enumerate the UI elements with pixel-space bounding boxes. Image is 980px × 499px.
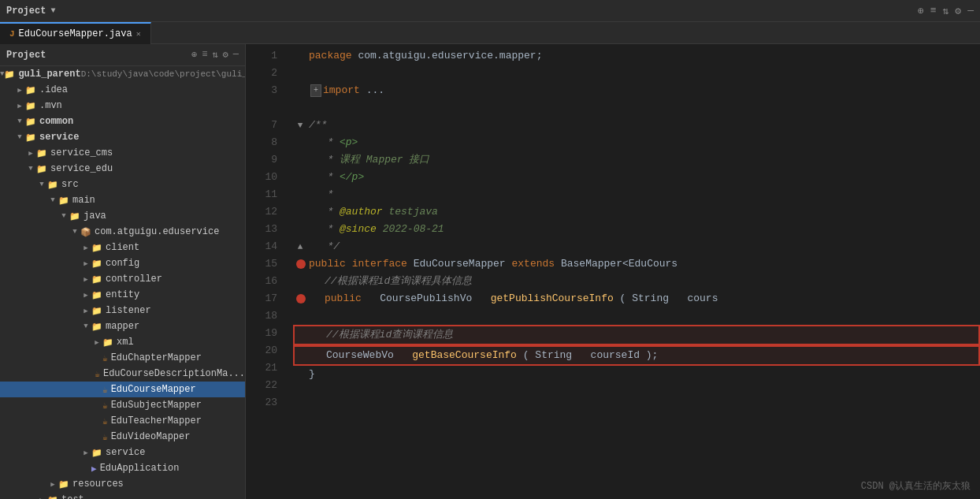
code-line-19 — [293, 307, 980, 325]
folder-icon-service-cms: 📁 — [36, 148, 47, 158]
main-layout: Project ⊕ ≡ ⇅ ⚙ — ▼ 📁 guli_parent D:\stu… — [0, 44, 980, 499]
item-label-package: com.atguigu.eduservice — [95, 226, 219, 237]
javadoc-star-author: * — [309, 203, 340, 221]
folder-icon-config: 📁 — [91, 259, 102, 269]
sidebar-item-test[interactable]: ▶ 📁 test — [0, 492, 245, 499]
root-label: guli_parent — [18, 69, 80, 80]
javadoc-star-empty: * — [309, 186, 333, 203]
sidebar-item-edu-chapter-mapper[interactable]: ☕ EduChapterMapper — [0, 350, 245, 366]
folder-icon-service-inner: 📁 — [91, 448, 102, 458]
add-icon[interactable]: ⊕ — [918, 5, 924, 17]
sidebar-item-listener[interactable]: ▶ 📁 listener — [0, 303, 245, 318]
sidebar-item-edu-video-mapper[interactable]: ☕ EduVideoMapper — [0, 429, 245, 445]
method-name-18: getPublishCourseInfo — [491, 292, 614, 304]
sidebar-item-package[interactable]: ▼ 📦 com.atguigu.eduservice — [0, 224, 245, 240]
sidebar-item-edu-course-desc-mapper[interactable]: ☕ EduCourseDescriptionMa... — [0, 366, 245, 382]
paren-close-21: ); — [646, 349, 659, 361]
java-icon-edu-course-desc: ☕ — [95, 369, 100, 379]
gutter-8: ▼ — [293, 117, 309, 134]
folder-icon-src: 📁 — [47, 180, 58, 190]
tree-arrow-mapper: ▼ — [80, 322, 91, 330]
tab-close-button[interactable]: ✕ — [136, 29, 141, 39]
tree-arrow-common: ▼ — [14, 117, 25, 125]
tree-arrow-mvn: ▶ — [14, 102, 25, 110]
item-label-edu-application: EduApplication — [100, 463, 180, 474]
code-line-20: //根据课程id查询课程信息 — [293, 325, 980, 345]
sidebar-item-java[interactable]: ▼ 📁 java — [0, 208, 245, 224]
sidebar-item-entity[interactable]: ▶ 📁 entity — [0, 287, 245, 303]
tree-arrow-controller: ▶ — [80, 275, 91, 284]
sidebar-item-idea[interactable]: ▶ 📁 .idea — [0, 82, 245, 98]
sidebar-item-client[interactable]: ▶ 📁 client — [0, 240, 245, 255]
item-label-test: test — [61, 494, 84, 499]
code-line-1: package com.atguigu.eduservice.mapper ; — [293, 47, 980, 65]
item-label-entity: entity — [106, 289, 139, 300]
list-view-icon[interactable]: ≡ — [202, 49, 207, 61]
sidebar-item-src[interactable]: ▼ 📁 src — [0, 177, 245, 192]
folder-icon-service: 📁 — [25, 132, 36, 143]
javadoc-close: */ — [309, 238, 340, 255]
sidebar-item-xml[interactable]: ▶ 📁 xml — [0, 334, 245, 350]
tree-arrow-java: ▼ — [58, 212, 69, 220]
sidebar-item-mapper[interactable]: ▼ 📁 mapper — [0, 318, 245, 334]
code-line-22: } — [293, 366, 980, 383]
sidebar-item-edu-application[interactable]: ▶ EduApplication — [0, 460, 245, 476]
collapse-import[interactable]: + — [310, 84, 321, 97]
sort-alpha-icon[interactable]: ⇅ — [212, 49, 217, 61]
folder-icon-main: 📁 — [58, 196, 69, 206]
line-numbers: 1 2 3 7 8 9 10 11 12 13 14 15 16 17 18 1… — [246, 44, 285, 499]
java-icon-edu-subject: ☕ — [102, 400, 108, 411]
sidebar-item-resources[interactable]: ▶ 📁 resources — [0, 476, 245, 492]
add-icon[interactable]: ⊕ — [191, 49, 197, 61]
sidebar-item-service-cms[interactable]: ▶ 📁 service_cms — [0, 145, 245, 161]
sidebar-item-edu-subject-mapper[interactable]: ☕ EduSubjectMapper — [0, 397, 245, 413]
keyword-import: import — [323, 82, 360, 99]
sidebar-item-controller[interactable]: ▶ 📁 controller — [0, 271, 245, 287]
javadoc-end-collapse[interactable]: ▲ — [298, 238, 303, 255]
sidebar-item-service-inner[interactable]: ▶ 📁 service — [0, 445, 245, 460]
import-ellipsis: ... — [366, 82, 384, 99]
collapse-icon[interactable]: — — [233, 49, 239, 61]
sidebar-item-mvn[interactable]: ▶ 📁 .mvn — [0, 98, 245, 114]
gutter-18 — [293, 294, 309, 303]
tree-arrow-src: ▼ — [36, 181, 47, 188]
javadoc-author-tag: @author — [340, 203, 383, 221]
tree-arrow-listener: ▶ — [80, 307, 91, 315]
sidebar-item-config[interactable]: ▶ 📁 config — [0, 255, 245, 271]
java-icon-edu-chapter-mapper: ☕ — [102, 353, 108, 363]
sidebar-item-service[interactable]: ▼ 📁 service — [0, 129, 245, 145]
settings-icon[interactable]: ⚙ — [955, 5, 961, 17]
code-line-14: * @since 2022-08-21 — [293, 221, 980, 238]
param-type-21: String — [535, 349, 572, 361]
sidebar-item-edu-teacher-mapper[interactable]: ☕ EduTeacherMapper — [0, 413, 245, 429]
javadoc-since-val: 2022-08-21 — [377, 221, 444, 238]
tab-edu-course-mapper[interactable]: J EduCourseMapper.java ✕ — [0, 22, 151, 44]
code-line-12: * — [293, 186, 980, 203]
java-file-icon: J — [9, 29, 15, 39]
paren-21: ( — [523, 349, 529, 361]
sidebar-item-edu-course-mapper[interactable]: ☕ EduCourseMapper — [0, 382, 245, 397]
class-name-edu-course-mapper: EduCourseMapper — [414, 255, 506, 273]
dropdown-arrow[interactable]: ▼ — [50, 6, 55, 15]
tree-root[interactable]: ▼ 📁 guli_parent D:\study\java\code\proje… — [0, 66, 245, 82]
code-line-11: * </p> — [293, 169, 980, 186]
tab-bar: J EduCourseMapper.java ✕ — [0, 22, 980, 44]
javadoc-author-val: testjava — [383, 203, 438, 221]
tree-arrow-service-inner: ▶ — [80, 449, 91, 457]
item-label-controller: controller — [106, 274, 162, 285]
sidebar-item-common[interactable]: ▼ 📁 common — [0, 114, 245, 129]
javadoc-collapse-arrow[interactable]: ▼ — [298, 117, 303, 134]
kw-interface: interface — [352, 255, 407, 273]
minimize-icon[interactable]: — — [967, 5, 974, 17]
tree-arrow-package: ▼ — [69, 228, 80, 236]
list-icon[interactable]: ≡ — [930, 5, 937, 17]
gear-icon[interactable]: ⚙ — [223, 49, 228, 61]
item-label-service-edu: service_edu — [50, 163, 113, 174]
item-label-mvn: .mvn — [39, 100, 62, 111]
item-label-resources: resources — [72, 479, 124, 490]
sidebar-item-service-edu[interactable]: ▼ 📁 service_edu — [0, 161, 245, 177]
tree-arrow-resources: ▶ — [47, 480, 58, 489]
item-label-service-cms: service_cms — [50, 147, 113, 158]
sidebar-item-main[interactable]: ▼ 📁 main — [0, 192, 245, 208]
sort-icon[interactable]: ⇅ — [943, 5, 949, 17]
